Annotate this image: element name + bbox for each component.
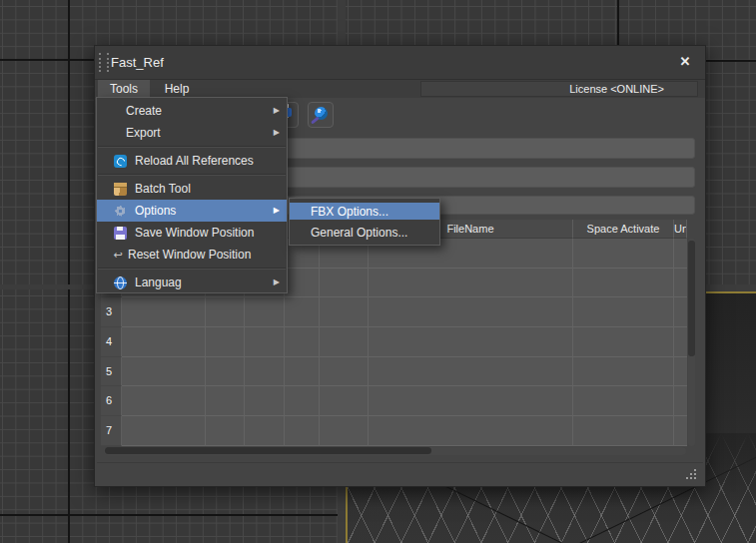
menu-item-create[interactable]: Create ▶	[97, 100, 287, 122]
table-row[interactable]: 4	[101, 327, 687, 357]
magnifier-handle-icon	[311, 116, 320, 124]
table-row[interactable]: 3	[101, 297, 687, 327]
menubar-tools[interactable]: Tools	[98, 80, 150, 98]
submenu-arrow-icon: ▶	[274, 200, 280, 222]
batch-box-icon	[114, 183, 127, 196]
gear-icon	[114, 205, 127, 218]
horizontal-scrollbar-thumb[interactable]	[105, 447, 431, 454]
search-button[interactable]	[308, 102, 334, 128]
row-number[interactable]: 3	[101, 297, 122, 327]
row-number[interactable]: 7	[101, 416, 122, 446]
status-divider	[97, 462, 703, 463]
menu-item-language[interactable]: Languag ▶	[97, 272, 287, 293]
submenu-item-general-options[interactable]: General Options...	[290, 224, 439, 241]
menu-separator	[98, 174, 286, 176]
menubar-help[interactable]: Help	[155, 80, 199, 98]
menu-item-reload-all-references[interactable]: Reload All References	[97, 150, 287, 172]
menu-item-reset-window-position[interactable]: ↩ Reset Window Position	[97, 244, 287, 266]
vertical-scrollbar-thumb[interactable]	[688, 241, 695, 356]
menu-separator	[98, 268, 286, 270]
drag-grip-icon	[99, 53, 109, 72]
menu-bar: Tools Help License <ONLINE>	[95, 80, 705, 98]
menu-item-options[interactable]: Options ▶	[97, 200, 287, 222]
row-number[interactable]: 4	[101, 327, 122, 357]
globe-icon	[114, 276, 127, 289]
column-header-space-activate[interactable]: Space Activate	[573, 220, 674, 239]
license-status: License <ONLINE>	[420, 81, 698, 97]
resize-grip-icon[interactable]	[686, 477, 688, 479]
vertical-scrollbar[interactable]	[688, 239, 695, 446]
horizontal-scrollbar[interactable]	[104, 447, 686, 455]
grid-axis-vertical	[68, 289, 70, 543]
fast-ref-window: Fast_Ref ✕ Tools Help License <ONLINE>	[94, 45, 706, 487]
table-row[interactable]: 7	[101, 416, 687, 446]
reset-arrow-icon: ↩	[110, 244, 126, 266]
column-header-unload[interactable]: Un	[674, 220, 687, 239]
grid-axis-vertical	[68, 0, 70, 284]
submenu-arrow-icon: ▶	[274, 272, 280, 293]
row-number[interactable]: 6	[101, 386, 122, 416]
table-row[interactable]: 5	[101, 357, 687, 387]
close-button[interactable]: ✕	[675, 52, 695, 72]
floppy-icon	[114, 227, 127, 240]
screen: Fast_Ref ✕ Tools Help License <ONLINE>	[0, 0, 756, 543]
window-title: Fast_Ref	[111, 46, 164, 79]
table-row[interactable]: 6	[101, 386, 687, 416]
menu-item-save-window-position[interactable]: Save Window Position	[97, 222, 287, 244]
menu-item-batch-tool[interactable]: Batch Tool	[97, 178, 287, 200]
row-number[interactable]: 5	[101, 357, 122, 387]
submenu-arrow-icon: ▶	[274, 122, 280, 144]
reload-icon	[114, 155, 127, 168]
submenu-arrow-icon: ▶	[274, 100, 280, 122]
submenu-item-fbx-options[interactable]: FBX Options...	[290, 203, 439, 220]
options-submenu: FBX Options... General Options...	[289, 198, 440, 246]
grid-axis-horizontal	[0, 514, 338, 516]
tools-menu: Create ▶ Export ▶ Reload All References …	[96, 97, 288, 293]
menu-separator	[98, 146, 286, 148]
title-bar[interactable]: Fast_Ref ✕	[95, 46, 705, 80]
menu-item-export[interactable]: Export ▶	[97, 122, 287, 144]
